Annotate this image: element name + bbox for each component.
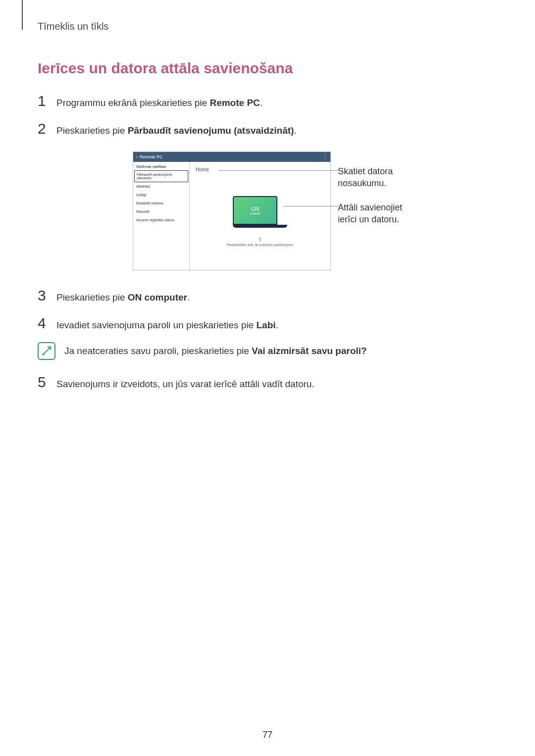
screenshot-figure: ‹ Remote PC ⋮ Sistēmas vadīklas Pārbaudī… [38, 151, 497, 270]
bold-text: Labi [256, 320, 275, 330]
step-text: Pieskarieties pie Pārbaudīt savienojumu … [56, 124, 297, 138]
app-screenshot: ‹ Remote PC ⋮ Sistēmas vadīklas Pārbaudī… [133, 151, 331, 270]
note-text: Ja neatceraties savu paroli, pieskarieti… [64, 342, 367, 358]
bold-text: ON computer [128, 292, 187, 302]
text: . [187, 292, 190, 302]
sidebar: Sistēmas vadīklas Pārbaudīt savienojumu … [133, 162, 190, 270]
step-text: Savienojums ir izveidots, un jūs varat i… [56, 377, 315, 392]
text: Pieskarieties pie [56, 125, 128, 136]
page-heading: Ierīces un datora attāla savienošana [38, 60, 497, 77]
step-number: 2 [38, 120, 50, 137]
step-4: 4 Ievadiet savienojuma paroli un pieskar… [38, 315, 497, 333]
on-sublabel: computer [250, 212, 261, 215]
step-text: Ievadiet savienojuma paroli un pieskarie… [56, 318, 278, 333]
step-text: Programmu ekrānā pieskarieties pie Remot… [56, 96, 263, 110]
sidebar-item: Atteikties [133, 182, 189, 191]
text: . [294, 125, 296, 136]
sidebar-item: Restartēt sistēmu [133, 199, 189, 207]
breadcrumb: Tīmeklis un tīkls [38, 21, 497, 32]
step-number: 5 [38, 374, 50, 391]
step-1: 1 Programmu ekrānā pieskarieties pie Rem… [38, 93, 497, 110]
step-text: Pieskarieties pie ON computer. [56, 291, 190, 305]
callout-text: Skatiet datora [338, 166, 393, 176]
callout-remote-connect: Attāli savienojiet ierīci un datoru. [338, 202, 402, 226]
note-row: Ja neatceraties savu paroli, pieskarieti… [38, 342, 497, 360]
step-number: 4 [38, 315, 50, 332]
bold-text: Pārbaudīt savienojumu (atsvaidzināt) [128, 125, 294, 136]
sidebar-item: Noņemt reģistrēto datoru [133, 216, 189, 224]
sidebar-item: Pārbaudīt savienojumu (atsvaidzi.. [134, 170, 188, 182]
callout-text: ierīci un datoru. [338, 214, 399, 224]
titlebar: ‹ Remote PC ⋮ [133, 152, 330, 162]
callout-connector [283, 206, 343, 206]
callouts: Skatiet datora nosaukumu. Attāli savieno… [338, 151, 402, 225]
step-5: 5 Savienojums ir izveidots, un jūs varat… [38, 374, 497, 392]
menu-dots-icon: ⋮ [322, 154, 327, 160]
laptop-icon: ON computer [233, 196, 287, 228]
text: Programmu ekrānā pieskarieties pie [56, 98, 210, 108]
step-3: 3 Pieskarieties pie ON computer. [38, 287, 497, 305]
text: . [276, 320, 278, 330]
page-number: 77 [0, 730, 535, 740]
sidebar-item: Rekvizīti [133, 207, 189, 216]
step-number: 1 [38, 93, 50, 109]
callout-connector [218, 170, 343, 171]
back-chevron-icon: ‹ [136, 154, 138, 159]
text: Ievadiet savienojuma paroli un pieskarie… [56, 320, 256, 330]
text: . [260, 98, 263, 108]
step-2: 2 Pieskarieties pie Pārbaudīt savienojum… [38, 120, 497, 138]
side-rule [22, 0, 23, 30]
text: Ja neatceraties savu paroli, pieskarieti… [64, 346, 252, 356]
note-icon [38, 342, 55, 360]
up-arrow-icon: ⇧ [258, 237, 262, 242]
step-number: 3 [38, 287, 50, 304]
laptop-zone: ON computer ⇧ Pieskarieties šeit, lai iz… [190, 172, 330, 270]
sidebar-head: Sistēmas vadīklas [133, 162, 189, 170]
title-text: Remote PC [140, 154, 163, 159]
bold-text: Vai aizmirsāt savu paroli? [252, 346, 367, 356]
callout-text: Attāli savienojiet [338, 202, 402, 212]
on-label: ON [251, 206, 260, 212]
tap-hint: ⇧ Pieskarieties šeit, lai izveidotu savi… [227, 237, 293, 247]
callout-see-computer-name: Skatiet datora nosaukumu. [338, 165, 402, 190]
shot-main: Home ON computer ⇧ [190, 162, 330, 270]
bold-text: Remote PC [210, 98, 260, 108]
page-content: Tīmeklis un tīkls Ierīces un datora attā… [0, 0, 535, 392]
tap-hint-text: Pieskarieties šeit, lai izveidotu savien… [227, 243, 293, 247]
text: Pieskarieties pie [56, 292, 128, 302]
callout-text: nosaukumu. [338, 178, 386, 188]
sidebar-item: Izslēgt [133, 191, 189, 199]
